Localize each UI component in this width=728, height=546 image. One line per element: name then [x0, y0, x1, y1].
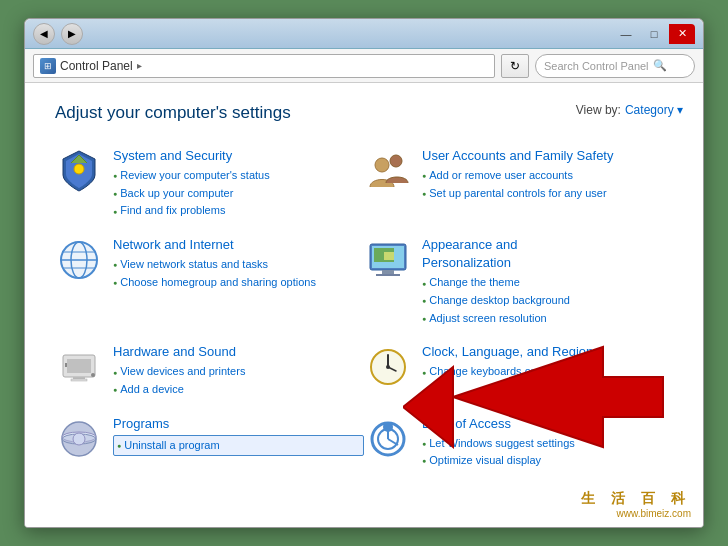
section-system-security: System and Security Review your computer…	[55, 139, 364, 228]
parental-controls-link[interactable]: Set up parental controls for any user	[422, 185, 673, 203]
programs-text: Programs Uninstall a program	[113, 415, 364, 457]
watermark-url: www.bimeiz.com	[617, 508, 691, 519]
search-icon: 🔍	[653, 59, 667, 72]
viewby-dropdown[interactable]: Category ▾	[625, 103, 683, 117]
clock-text: Clock, Language, and Region Change keybo…	[422, 343, 673, 381]
control-panel-icon: ⊞	[40, 58, 56, 74]
title-bar: ◀ ▶ — □ ✕	[25, 19, 703, 49]
network-links: View network status and tasks Choose hom…	[113, 256, 364, 291]
view-network-link[interactable]: View network status and tasks	[113, 256, 364, 274]
system-security-text: System and Security Review your computer…	[113, 147, 364, 220]
svg-rect-14	[376, 274, 400, 276]
minimize-button[interactable]: —	[613, 24, 639, 44]
ease-title[interactable]: Ease of Access	[422, 415, 673, 433]
programs-title[interactable]: Programs	[113, 415, 364, 433]
content-area: Adjust your computer's settings View by:…	[25, 83, 703, 527]
viewby-label: View by:	[576, 103, 621, 117]
uninstall-program-link[interactable]: Uninstall a program	[113, 435, 364, 457]
sections-grid: System and Security Review your computer…	[55, 139, 673, 478]
breadcrumb: Control Panel	[60, 59, 133, 73]
desktop-background-link[interactable]: Change desktop background	[422, 292, 673, 310]
svg-point-17	[91, 373, 95, 377]
appearance-title[interactable]: Appearance andPersonalization	[422, 236, 673, 272]
section-hardware: Hardware and Sound View devices and prin…	[55, 335, 364, 406]
user-accounts-icon	[364, 147, 412, 195]
close-button[interactable]: ✕	[669, 24, 695, 44]
system-security-links: Review your computer's status Back up yo…	[113, 167, 364, 220]
hardware-links: View devices and printers Add a device	[113, 363, 364, 398]
user-accounts-title[interactable]: User Accounts and Family Safety	[422, 147, 673, 165]
hardware-text: Hardware and Sound View devices and prin…	[113, 343, 364, 398]
clock-links: Change keyboards or other input	[422, 363, 673, 381]
network-text: Network and Internet View network status…	[113, 236, 364, 291]
maximize-button[interactable]: □	[641, 24, 667, 44]
forward-button[interactable]: ▶	[61, 23, 83, 45]
homegroup-link[interactable]: Choose homegroup and sharing options	[113, 274, 364, 292]
appearance-icon	[364, 236, 412, 284]
address-bar: ⊞ Control Panel ▸ ↻ Search Control Panel…	[25, 49, 703, 83]
ease-links: Let Windows suggest settings Optimize vi…	[422, 435, 673, 470]
change-theme-link[interactable]: Change the theme	[422, 274, 673, 292]
svg-point-27	[73, 433, 85, 445]
add-device-link[interactable]: Add a device	[113, 381, 364, 399]
user-accounts-text: User Accounts and Family Safety Add or r…	[422, 147, 673, 202]
section-appearance: Appearance andPersonalization Change the…	[364, 228, 673, 335]
backup-link[interactable]: Back up your computer	[113, 185, 364, 203]
control-panel-window: ◀ ▶ — □ ✕ ⊞ Control Panel ▸ ↻ Search Con…	[24, 18, 704, 528]
watermark-chinese: 生 活 百 科	[581, 490, 691, 508]
screen-resolution-link[interactable]: Adjust screen resolution	[422, 310, 673, 328]
viewby-control: View by: Category ▾	[576, 103, 683, 117]
network-icon	[55, 236, 103, 284]
suggest-settings-link[interactable]: Let Windows suggest settings	[422, 435, 673, 453]
svg-rect-16	[67, 359, 91, 373]
search-placeholder: Search Control Panel	[544, 60, 649, 72]
system-security-title[interactable]: System and Security	[113, 147, 364, 165]
breadcrumb-arrow: ▸	[137, 60, 142, 71]
address-field[interactable]: ⊞ Control Panel ▸	[33, 54, 495, 78]
svg-point-2	[390, 155, 402, 167]
programs-links: Uninstall a program	[113, 435, 364, 457]
ease-icon	[364, 415, 412, 463]
section-clock: Clock, Language, and Region Change keybo…	[364, 335, 673, 406]
svg-rect-13	[382, 270, 394, 274]
svg-point-1	[375, 158, 389, 172]
appearance-links: Change the theme Change desktop backgrou…	[422, 274, 673, 327]
view-devices-link[interactable]: View devices and printers	[113, 363, 364, 381]
section-programs: Programs Uninstall a program	[55, 407, 364, 478]
keyboard-link[interactable]: Change keyboards or other input	[422, 363, 673, 381]
user-accounts-links: Add or remove user accounts Set up paren…	[422, 167, 673, 202]
hardware-icon	[55, 343, 103, 391]
appearance-text: Appearance andPersonalization Change the…	[422, 236, 673, 327]
title-bar-left: ◀ ▶	[33, 23, 83, 45]
section-network: Network and Internet View network status…	[55, 228, 364, 335]
back-button[interactable]: ◀	[33, 23, 55, 45]
search-field[interactable]: Search Control Panel 🔍	[535, 54, 695, 78]
svg-point-8	[61, 242, 97, 278]
svg-point-0	[74, 164, 84, 174]
add-remove-accounts-link[interactable]: Add or remove user accounts	[422, 167, 673, 185]
programs-icon	[55, 415, 103, 463]
clock-icon	[364, 343, 412, 391]
watermark: 生 活 百 科 www.bimeiz.com	[581, 490, 691, 519]
refresh-button[interactable]: ↻	[501, 54, 529, 78]
section-user-accounts: User Accounts and Family Safety Add or r…	[364, 139, 673, 228]
visual-display-link[interactable]: Optimize visual display	[422, 452, 673, 470]
svg-rect-19	[71, 379, 87, 381]
hardware-title[interactable]: Hardware and Sound	[113, 343, 364, 361]
system-security-icon	[55, 147, 103, 195]
fix-problems-link[interactable]: Find and fix problems	[113, 202, 364, 220]
section-ease: Ease of Access Let Windows suggest setti…	[364, 407, 673, 478]
ease-text: Ease of Access Let Windows suggest setti…	[422, 415, 673, 470]
svg-rect-12	[384, 252, 394, 260]
network-title[interactable]: Network and Internet	[113, 236, 364, 254]
window-controls: — □ ✕	[613, 24, 695, 44]
clock-title[interactable]: Clock, Language, and Region	[422, 343, 673, 361]
review-status-link[interactable]: Review your computer's status	[113, 167, 364, 185]
